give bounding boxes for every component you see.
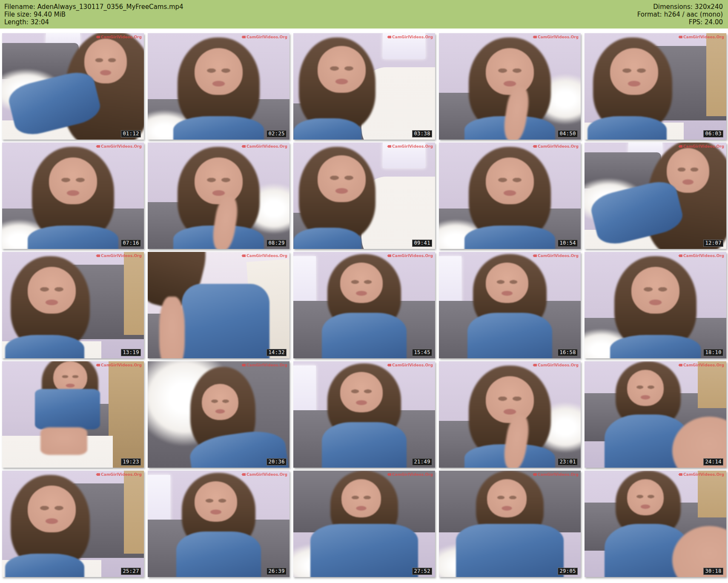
video-thumbnail[interactable]: CamGirlVideos.Org 20:36 [148, 361, 289, 468]
video-thumbnail[interactable]: CamGirlVideos.Org 01:12 [2, 33, 144, 140]
pillow [585, 329, 636, 358]
video-thumbnail[interactable]: CamGirlVideos.Org 16:58 [439, 252, 581, 358]
video-thumbnail[interactable]: CamGirlVideos.Org 23:01 [439, 361, 581, 468]
video-thumbnail[interactable]: CamGirlVideos.Org 13:19 [2, 252, 144, 358]
video-thumbnail[interactable]: CamGirlVideos.Org 18:10 [585, 252, 726, 358]
film-camera-icon [388, 473, 391, 476]
video-thumbnail[interactable]: CamGirlVideos.Org 07:16 [2, 143, 144, 249]
watermark: CamGirlVideos.Org [388, 254, 433, 258]
film-camera-icon [679, 473, 682, 476]
watermark: CamGirlVideos.Org [388, 472, 433, 477]
denim-top [464, 444, 555, 468]
watermark: CamGirlVideos.Org [97, 144, 142, 149]
thumbnail-image [293, 33, 435, 140]
watermark-text: CamGirlVideos.Org [101, 254, 142, 258]
wall-background [439, 471, 581, 577]
denim-top [456, 524, 564, 577]
video-thumbnail[interactable]: CamGirlVideos.Org 02:25 [148, 33, 289, 140]
person-hair [327, 254, 401, 331]
video-thumbnail[interactable]: CamGirlVideos.Org 08:29 [148, 143, 289, 249]
video-thumbnail[interactable]: CamGirlVideos.Org 03:38 [293, 33, 435, 140]
video-thumbnail[interactable]: CamGirlVideos.Org 25:27 [2, 471, 144, 577]
denim-top [5, 554, 84, 577]
wall-background [2, 143, 144, 249]
watermark: CamGirlVideos.Org [388, 144, 433, 149]
closet-panel [698, 361, 726, 408]
thumbnail-image [293, 252, 435, 358]
denim-top [293, 118, 361, 140]
window [46, 33, 80, 47]
film-camera-icon [242, 145, 246, 148]
person-face [667, 148, 709, 193]
timestamp-badge: 04:50 [558, 130, 578, 137]
video-thumbnail[interactable]: CamGirlVideos.Org 04:50 [439, 33, 581, 140]
wall-background [439, 252, 581, 358]
timestamp-badge: 03:38 [412, 130, 432, 137]
denim-top [467, 313, 553, 359]
pillow [585, 178, 645, 223]
video-thumbnail[interactable]: CamGirlVideos.Org 10:54 [439, 143, 581, 249]
filesize-value: 94.40 MiB [34, 11, 66, 18]
wall-background [439, 33, 581, 140]
pillow [439, 543, 504, 577]
watermark-text: CamGirlVideos.Org [538, 254, 579, 258]
person-hair [476, 471, 544, 541]
watermark: CamGirlVideos.Org [533, 254, 579, 258]
person-face [627, 479, 664, 515]
film-camera-icon [388, 145, 391, 148]
video-thumbnail[interactable]: CamGirlVideos.Org 15:45 [293, 252, 435, 358]
person-arm [159, 297, 185, 358]
video-thumbnail[interactable]: CamGirlVideos.Org 30:18 [585, 471, 726, 577]
video-thumbnail[interactable]: CamGirlVideos.Org 09:41 [293, 143, 435, 249]
denim-top [605, 414, 690, 468]
person-face [486, 157, 534, 204]
pillow [148, 110, 199, 140]
wall-background [585, 252, 726, 358]
video-thumbnail[interactable]: CamGirlVideos.Org 12:07 [585, 143, 726, 249]
file-info-block: Filename:AdenAlways_130117_0356_MyFreeCa… [4, 3, 183, 26]
headboard [70, 265, 144, 339]
wall-background [148, 33, 289, 140]
video-thumbnail[interactable]: CamGirlVideos.Org 14:32 [148, 252, 289, 358]
video-thumbnail[interactable]: CamGirlVideos.Org 27:52 [293, 471, 435, 577]
person-hair [299, 147, 375, 240]
film-camera-icon [242, 364, 246, 366]
pillow [241, 183, 289, 234]
watermark: CamGirlVideos.Org [533, 35, 579, 39]
film-camera-icon [679, 364, 682, 366]
person-arm [502, 85, 531, 140]
video-thumbnail[interactable]: CamGirlVideos.Org 29:05 [439, 471, 581, 577]
video-thumbnail[interactable]: CamGirlVideos.Org 21:49 [293, 361, 435, 468]
timestamp-badge: 14:32 [267, 349, 287, 356]
denim-top [28, 226, 118, 249]
person-hair [178, 37, 260, 131]
closet-panel [246, 259, 289, 358]
pillow [2, 69, 63, 113]
person-face [84, 39, 127, 83]
denim-top [464, 226, 555, 249]
video-thumbnail[interactable]: CamGirlVideos.Org 06:03 [585, 33, 726, 140]
person-hair [182, 473, 255, 549]
window [628, 143, 662, 157]
stream-info-block: Dimensions:320x240 Format:h264 / aac (mo… [637, 3, 723, 26]
watermark: CamGirlVideos.Org [97, 35, 142, 39]
person-face [340, 263, 383, 303]
video-thumbnail[interactable]: CamGirlVideos.Org 19:23 [2, 361, 144, 468]
thumbnail-image [585, 33, 726, 140]
person-face [318, 46, 366, 93]
film-camera-icon [242, 36, 246, 38]
film-camera-icon [679, 36, 682, 38]
thumbnail-image [2, 471, 144, 577]
wall-background [439, 143, 581, 249]
format-value: h264 / aac (mono) [664, 11, 723, 18]
video-thumbnail[interactable]: CamGirlVideos.Org 26:39 [148, 471, 289, 577]
person-hair [616, 471, 681, 537]
watermark-text: CamGirlVideos.Org [246, 472, 287, 477]
timestamp-badge: 21:49 [412, 458, 432, 466]
film-camera-icon [97, 36, 100, 38]
timestamp-badge: 10:54 [558, 240, 578, 247]
watermark-text: CamGirlVideos.Org [246, 363, 287, 367]
thumbnail-image [2, 143, 144, 249]
person-face [195, 481, 237, 522]
video-thumbnail[interactable]: CamGirlVideos.Org 24:14 [585, 361, 726, 468]
